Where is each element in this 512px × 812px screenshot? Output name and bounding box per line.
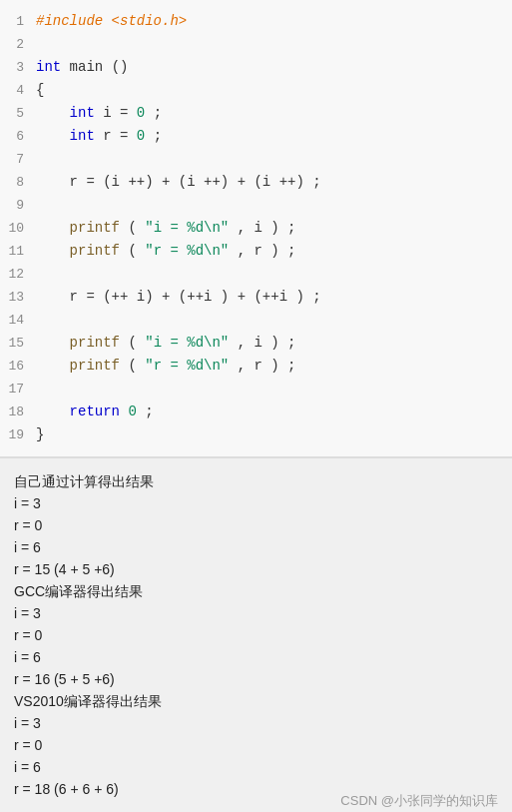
code-content: #include <stdio.h>: [36, 10, 512, 32]
code-content: [36, 33, 512, 55]
code-content: r = (i ++) + (i ++) + (i ++) ;: [36, 171, 512, 193]
output-line: GCC编译器得出结果: [14, 580, 498, 602]
code-line: 19}: [0, 423, 512, 446]
line-number: 15: [0, 333, 36, 355]
code-line: 6 int r = 0 ;: [0, 125, 512, 148]
code-content: return 0 ;: [36, 401, 512, 422]
line-number: 11: [0, 241, 36, 263]
line-number: 10: [0, 218, 36, 240]
text-section: 自己通过计算得出结果i = 3r = 0i = 6r = 15 (4 + 5 +…: [0, 458, 512, 812]
line-number: 5: [0, 103, 36, 125]
code-line: 14: [0, 309, 512, 332]
code-line: 4{: [0, 79, 512, 102]
line-number: 17: [0, 379, 36, 401]
output-line: i = 6: [14, 536, 498, 558]
output-line: r = 15 (4 + 5 +6): [14, 558, 498, 580]
output-line: i = 6: [14, 646, 498, 668]
text-section-wrapper: 自己通过计算得出结果i = 3r = 0i = 6r = 15 (4 + 5 +…: [0, 458, 512, 812]
line-number: 12: [0, 264, 36, 286]
code-content: [36, 194, 512, 216]
code-line: 12: [0, 263, 512, 286]
code-content: printf ( "r = %d\n" , r ) ;: [36, 355, 512, 377]
code-content: r = (++ i) + (++i ) + (++i ) ;: [36, 286, 512, 308]
code-line: 13 r = (++ i) + (++i ) + (++i ) ;: [0, 286, 512, 309]
line-number: 14: [0, 310, 36, 332]
code-content: int i = 0 ;: [36, 102, 512, 124]
code-line: 7: [0, 148, 512, 171]
code-content: [36, 148, 512, 170]
line-number: 4: [0, 80, 36, 102]
code-content: [36, 263, 512, 285]
output-line: r = 16 (5 + 5 +6): [14, 668, 498, 690]
code-line: 1#include <stdio.h>: [0, 10, 512, 33]
output-line: i = 3: [14, 602, 498, 624]
code-content: }: [36, 423, 512, 445]
line-number: 6: [0, 126, 36, 148]
code-content: int main (): [36, 56, 512, 78]
line-number: 9: [0, 195, 36, 217]
output-line: 自己通过计算得出结果: [14, 470, 498, 492]
code-line: 8 r = (i ++) + (i ++) + (i ++) ;: [0, 171, 512, 194]
output-line: i = 3: [14, 492, 498, 514]
line-number: 19: [0, 424, 36, 446]
output-line: i = 6: [14, 756, 498, 778]
output-line: i = 3: [14, 712, 498, 734]
code-section: 1#include <stdio.h>2 3int main ()4{5 int…: [0, 0, 512, 458]
line-number: 1: [0, 11, 36, 33]
code-content: [36, 309, 512, 331]
code-line: 9: [0, 194, 512, 217]
line-number: 18: [0, 402, 36, 423]
code-content: printf ( "i = %d\n" , i ) ;: [36, 217, 512, 239]
code-line: 3int main (): [0, 56, 512, 79]
code-content: printf ( "i = %d\n" , i ) ;: [36, 332, 512, 354]
code-content: [36, 378, 512, 400]
code-line: 15 printf ( "i = %d\n" , i ) ;: [0, 332, 512, 355]
code-line: 2: [0, 33, 512, 56]
code-line: 5 int i = 0 ;: [0, 102, 512, 125]
code-line: 18 return 0 ;: [0, 401, 512, 423]
code-line: 11 printf ( "r = %d\n" , r ) ;: [0, 240, 512, 263]
line-number: 3: [0, 57, 36, 79]
code-content: {: [36, 79, 512, 101]
code-line: 10 printf ( "i = %d\n" , i ) ;: [0, 217, 512, 240]
code-content: printf ( "r = %d\n" , r ) ;: [36, 240, 512, 262]
output-line: r = 0: [14, 624, 498, 646]
output-line: r = 0: [14, 734, 498, 756]
line-number: 16: [0, 356, 36, 378]
watermark: CSDN @小张同学的知识库: [340, 792, 498, 810]
code-line: 16 printf ( "r = %d\n" , r ) ;: [0, 355, 512, 378]
line-number: 7: [0, 149, 36, 171]
line-number: 2: [0, 34, 36, 56]
output-line: VS2010编译器得出结果: [14, 690, 498, 712]
line-number: 13: [0, 287, 36, 309]
line-number: 8: [0, 172, 36, 194]
output-line: r = 0: [14, 514, 498, 536]
code-line: 17: [0, 378, 512, 401]
code-content: int r = 0 ;: [36, 125, 512, 147]
